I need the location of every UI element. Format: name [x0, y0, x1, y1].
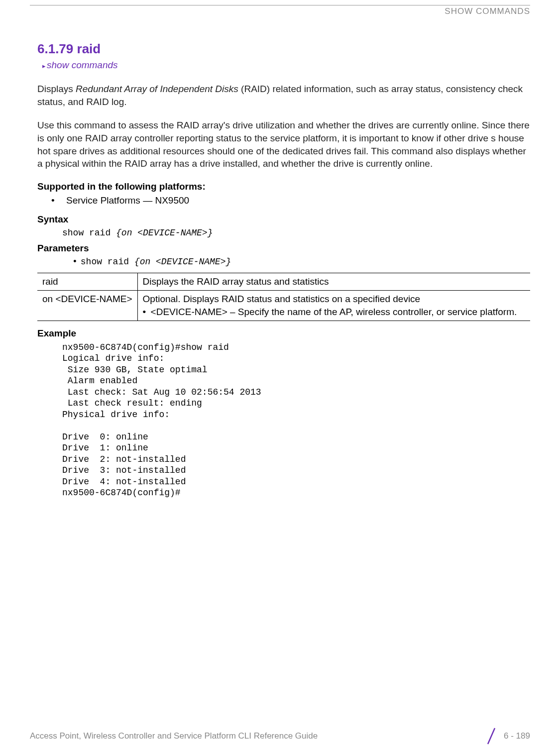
param-name-cell: raid — [37, 273, 137, 290]
param-sub-bullet: • <DEVICE-NAME> – Specify the name of th… — [143, 307, 525, 318]
breadcrumb-text: show commands — [47, 60, 118, 70]
param-list-plain: show raid — [81, 257, 134, 267]
bullet-dot-icon: • — [72, 257, 78, 267]
supported-heading: Supported in the following platforms: — [37, 181, 530, 192]
breadcrumb: ▸show commands — [42, 60, 530, 71]
bullet-dot-icon: • — [143, 307, 151, 318]
table-row: raid Displays the RAID array status and … — [37, 273, 530, 290]
intro-p1-prefix: Displays — [37, 84, 76, 94]
syntax-cmd-plain: show raid — [62, 228, 116, 238]
page-header: SHOW COMMANDS — [0, 0, 560, 16]
supported-list: • Service Platforms — NX9500 — [51, 195, 530, 206]
breadcrumb-arrow-icon: ▸ — [42, 62, 46, 70]
bullet-dot-icon: • — [51, 195, 66, 206]
intro-paragraph-1: Displays Redundant Array of Independent … — [37, 83, 530, 108]
parameters-table: raid Displays the RAID array status and … — [37, 273, 530, 321]
header-section-label: SHOW COMMANDS — [30, 6, 530, 16]
footer-line: Access Point, Wireless Controller and Se… — [30, 727, 530, 745]
parameters-heading: Parameters — [37, 243, 530, 254]
footer-left-text: Access Point, Wireless Controller and Se… — [30, 731, 318, 741]
list-item: • Service Platforms — NX9500 — [51, 195, 530, 206]
supported-item-text: Service Platforms — NX9500 — [66, 195, 189, 206]
page-content: 6.1.79 raid ▸show commands Displays Redu… — [0, 16, 560, 499]
section-heading: 6.1.79 raid — [37, 41, 530, 57]
param-desc-text: Optional. Displays RAID status and stati… — [143, 294, 421, 304]
syntax-block: show raid {on <DEVICE-NAME>} — [62, 228, 530, 238]
page-number: 6 - 189 — [504, 731, 530, 741]
example-heading: Example — [37, 328, 530, 339]
intro-paragraph-2: Use this command to assess the RAID arra… — [37, 119, 530, 170]
example-block: nx9500-6C874D(config)#show raid Logical … — [62, 342, 530, 499]
parameters-list-line: •show raid {on <DEVICE-NAME>} — [72, 257, 530, 267]
param-list-italic: {on <DEVICE-NAME>} — [134, 257, 231, 267]
svg-line-0 — [488, 728, 495, 744]
table-row: on <DEVICE-NAME> Optional. Displays RAID… — [37, 290, 530, 321]
param-desc-cell: Displays the RAID array status and stati… — [137, 273, 530, 290]
syntax-cmd-italic: {on <DEVICE-NAME>} — [116, 228, 213, 238]
intro-p1-italic: Redundant Array of Independent Disks — [76, 84, 238, 94]
param-name-cell: on <DEVICE-NAME> — [37, 290, 137, 321]
header-rule — [30, 5, 530, 5]
page-footer: Access Point, Wireless Controller and Se… — [0, 727, 560, 745]
param-desc-cell: Optional. Displays RAID status and stati… — [137, 290, 530, 321]
syntax-heading: Syntax — [37, 214, 530, 225]
param-sub-text: <DEVICE-NAME> – Specify the name of the … — [151, 307, 517, 318]
slash-icon — [485, 727, 497, 745]
footer-right: 6 - 189 — [485, 727, 530, 745]
